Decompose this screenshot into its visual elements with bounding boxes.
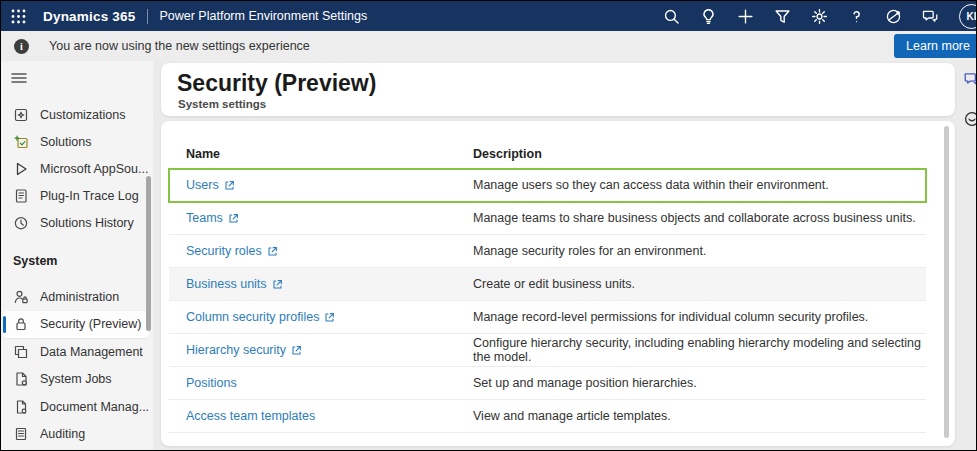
users-link[interactable]: Users bbox=[186, 178, 219, 192]
sidebar-item-label: Administration bbox=[40, 290, 119, 304]
assistant-icon[interactable] bbox=[963, 110, 977, 128]
sidebar-section-system: System bbox=[13, 254, 57, 268]
row-description: View and manage article templates. bbox=[473, 409, 926, 423]
page-title: Security (Preview) bbox=[161, 63, 955, 97]
guidance-icon[interactable] bbox=[885, 8, 902, 25]
column-header-name: Name bbox=[186, 147, 473, 161]
app-name[interactable]: Dynamics 365 bbox=[43, 9, 135, 24]
sidebar-item-label: Data Management bbox=[40, 345, 143, 359]
lightbulb-icon[interactable] bbox=[700, 8, 717, 25]
settings-icon[interactable] bbox=[811, 8, 828, 25]
sidebar-item-plugin-trace-log[interactable]: Plug-In Trace Log bbox=[1, 182, 149, 209]
column-header-description: Description bbox=[473, 147, 926, 161]
info-icon: i bbox=[14, 39, 29, 54]
sidebar-item-administration[interactable]: Administration bbox=[1, 283, 149, 311]
row-description: Manage users so they can access data wit… bbox=[473, 178, 926, 192]
page-body: Customizations Solutions bbox=[1, 61, 976, 450]
administration-icon bbox=[13, 289, 29, 305]
auditing-icon bbox=[13, 426, 29, 442]
security-roles-link[interactable]: Security roles bbox=[186, 244, 262, 258]
access-team-templates-link[interactable]: Access team templates bbox=[186, 409, 315, 423]
external-link-icon bbox=[267, 246, 278, 257]
filter-icon[interactable] bbox=[774, 8, 791, 25]
positions-link[interactable]: Positions bbox=[186, 376, 237, 390]
row-description: Manage teams to share business objects a… bbox=[473, 211, 926, 225]
main-content: Security (Preview) System settings Name … bbox=[153, 61, 976, 450]
sidebar-item-label: Plug-In Trace Log bbox=[40, 189, 139, 203]
topbar-divider bbox=[147, 9, 148, 24]
sidebar-item-label: Microsoft AppSou... bbox=[40, 162, 148, 176]
teams-link[interactable]: Teams bbox=[186, 211, 223, 225]
sidebar-item-label: Auditing bbox=[40, 427, 85, 441]
table-row-positions[interactable]: Positions Set up and manage position hie… bbox=[169, 367, 926, 400]
table-row-business-units[interactable]: Business units Create or edit business u… bbox=[169, 268, 926, 301]
sidebar-system-group: Administration Security (Preview) bbox=[1, 283, 149, 448]
sidebar-item-system-jobs[interactable]: System Jobs bbox=[1, 366, 149, 394]
help-icon[interactable] bbox=[848, 8, 865, 25]
page-subtitle: System settings bbox=[161, 97, 955, 110]
sidebar-top-group: Customizations Solutions bbox=[1, 101, 149, 236]
row-description: Create or edit business units. bbox=[473, 277, 926, 291]
table-row-teams[interactable]: Teams Manage teams to share business obj… bbox=[169, 202, 926, 235]
page-header-card: Security (Preview) System settings bbox=[161, 63, 955, 116]
sidebar-item-label: Solutions bbox=[40, 135, 91, 149]
topbar-actions: KI bbox=[663, 1, 977, 31]
sidebar-item-label: Solutions History bbox=[40, 216, 134, 230]
system-jobs-icon bbox=[13, 371, 29, 387]
customizations-icon bbox=[13, 107, 29, 123]
table-row-hierarchy-security[interactable]: Hierarchy security Configure hierarchy s… bbox=[169, 334, 926, 367]
sidebar-item-solutions[interactable]: Solutions bbox=[1, 128, 149, 155]
row-description: Set up and manage position hierarchies. bbox=[473, 376, 926, 390]
plugin-trace-log-icon bbox=[13, 188, 29, 204]
hamburger-menu-icon[interactable] bbox=[11, 69, 31, 87]
external-link-icon bbox=[324, 312, 335, 323]
table-row-column-security-profiles[interactable]: Column security profiles Manage record-l… bbox=[169, 301, 926, 334]
sidebar-item-customizations[interactable]: Customizations bbox=[1, 101, 149, 128]
sidebar-item-label: Document Manag... bbox=[40, 400, 149, 414]
settings-table-card: Name Description Users Manage users so t… bbox=[161, 121, 955, 446]
waffle-icon[interactable] bbox=[1, 1, 35, 31]
table-scrollbar[interactable] bbox=[944, 126, 949, 438]
table-row-users[interactable]: Users Manage users so they can access da… bbox=[169, 169, 926, 202]
document-management-icon bbox=[13, 399, 29, 415]
sidebar-item-auditing[interactable]: Auditing bbox=[1, 421, 149, 449]
add-icon[interactable] bbox=[737, 8, 754, 25]
sidebar-item-security-preview[interactable]: Security (Preview) bbox=[3, 311, 149, 339]
business-units-link[interactable]: Business units bbox=[186, 277, 267, 291]
feedback-icon[interactable] bbox=[922, 8, 939, 25]
user-avatar[interactable]: KI bbox=[959, 4, 977, 29]
external-link-icon bbox=[291, 345, 302, 356]
row-description: Manage record-level permissions for indi… bbox=[473, 310, 926, 324]
sidebar-item-document-management[interactable]: Document Manag... bbox=[1, 393, 149, 421]
environment-title: Power Platform Environment Settings bbox=[159, 9, 367, 23]
solutions-history-icon bbox=[13, 215, 29, 231]
row-description: Manage security roles for an environment… bbox=[473, 244, 926, 258]
sidebar-scrollbar[interactable] bbox=[146, 176, 151, 331]
row-description: Configure hierarchy security, including … bbox=[473, 336, 926, 364]
learn-more-button[interactable]: Learn more bbox=[894, 34, 977, 58]
external-link-icon bbox=[272, 279, 283, 290]
sidebar-item-solutions-history[interactable]: Solutions History bbox=[1, 209, 149, 236]
sidebar-item-data-management[interactable]: Data Management bbox=[1, 338, 149, 366]
security-lock-icon bbox=[13, 316, 29, 332]
hierarchy-security-link[interactable]: Hierarchy security bbox=[186, 343, 286, 357]
appsource-icon bbox=[13, 161, 29, 177]
sidebar-item-label: Customizations bbox=[40, 108, 125, 122]
solutions-icon bbox=[13, 134, 29, 150]
table-row-security-roles[interactable]: Security roles Manage security roles for… bbox=[169, 235, 926, 268]
app-window: Dynamics 365 Power Platform Environment … bbox=[0, 0, 977, 451]
sidebar-item-appsource[interactable]: Microsoft AppSou... bbox=[1, 155, 149, 182]
top-nav-bar: Dynamics 365 Power Platform Environment … bbox=[1, 1, 976, 31]
table-header-row: Name Description bbox=[169, 139, 926, 169]
external-link-icon bbox=[224, 180, 235, 191]
search-icon[interactable] bbox=[663, 8, 680, 25]
settings-sidebar: Customizations Solutions bbox=[1, 61, 153, 450]
info-banner: i You are now using the new settings exp… bbox=[1, 31, 976, 61]
feedback-chat-icon[interactable] bbox=[963, 70, 977, 88]
sidebar-item-label: System Jobs bbox=[40, 372, 112, 386]
banner-message: You are now using the new settings exper… bbox=[49, 39, 310, 53]
data-management-icon bbox=[13, 344, 29, 360]
external-link-icon bbox=[228, 213, 239, 224]
column-security-profiles-link[interactable]: Column security profiles bbox=[186, 310, 319, 324]
table-row-access-team-templates[interactable]: Access team templates View and manage ar… bbox=[169, 400, 926, 433]
